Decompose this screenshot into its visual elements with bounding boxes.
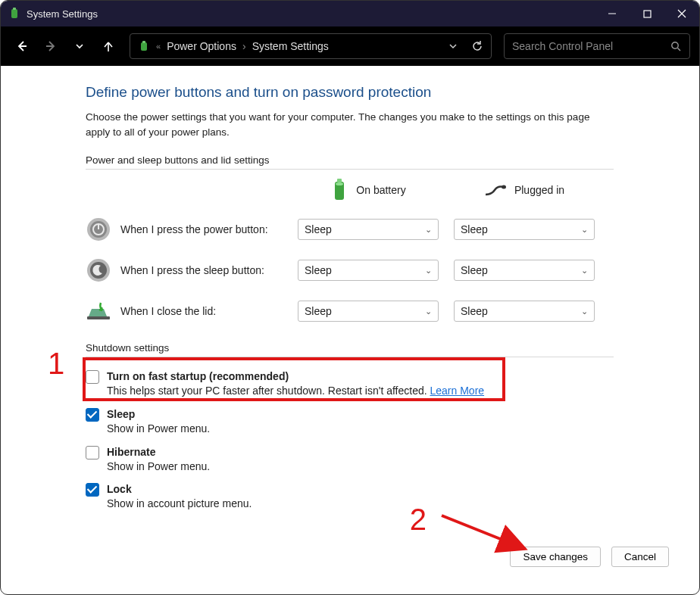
close-lid-plugged-select[interactable]: Sleep⌄ (454, 301, 595, 322)
sleep-button-icon (86, 257, 111, 283)
section-shutdown: Shutdown settings (86, 342, 614, 357)
svg-rect-13 (337, 179, 342, 182)
svg-point-10 (672, 42, 678, 48)
row-power-button: When I press the power button: Sleep⌄ Sl… (86, 217, 672, 242)
svg-line-11 (678, 48, 681, 51)
save-button[interactable]: Save changes (510, 547, 601, 567)
refresh-icon[interactable] (471, 40, 483, 52)
option-title: Turn on fast startup (recommended) (107, 369, 484, 384)
svg-rect-1 (13, 8, 16, 10)
recent-dropdown[interactable] (67, 34, 92, 58)
option-title: Hibernate (107, 445, 210, 459)
section-power-buttons: Power and sleep buttons and lid settings (86, 154, 614, 170)
battery-icon (138, 40, 150, 52)
breadcrumb-item-0[interactable]: Power Options (167, 40, 236, 52)
power-button-battery-select[interactable]: Sleep⌄ (298, 219, 439, 240)
sleep-button-battery-select[interactable]: Sleep⌄ (298, 260, 439, 281)
option-sub: This helps start your PC faster after sh… (107, 385, 430, 397)
back-button[interactable] (10, 34, 34, 58)
option-hibernate: Hibernate Show in Power menu. (86, 445, 672, 474)
up-button[interactable] (96, 34, 120, 58)
titlebar: System Settings (1, 1, 699, 26)
option-lock: Lock Show in account picture menu. (86, 482, 672, 511)
row-label: When I press the sleep button: (120, 264, 298, 276)
window-title: System Settings (27, 8, 98, 20)
col-plugged-label: Plugged in (514, 184, 564, 196)
option-sub: Show in account picture menu. (107, 497, 252, 511)
cancel-button[interactable]: Cancel (611, 547, 669, 567)
chevron-down-icon: ⌄ (581, 307, 588, 316)
sleep-button-plugged-select[interactable]: Sleep⌄ (454, 260, 595, 281)
laptop-lid-icon (86, 298, 111, 324)
svg-line-4 (678, 10, 686, 17)
hibernate-checkbox[interactable] (86, 446, 99, 459)
chevron-down-icon: ⌄ (425, 266, 432, 276)
page-description: Choose the power settings that you want … (86, 110, 601, 139)
content-area: Define power buttons and turn on passwor… (1, 66, 699, 511)
option-title: Lock (107, 482, 252, 497)
column-headers: On battery Plugged in (86, 179, 672, 201)
footer-buttons: Save changes Cancel (510, 547, 669, 567)
svg-line-5 (678, 10, 686, 17)
close-button[interactable] (664, 1, 699, 26)
svg-point-15 (502, 185, 506, 189)
learn-more-link[interactable]: Learn More (430, 385, 485, 397)
svg-rect-22 (87, 316, 110, 319)
chevron-down-icon: ⌄ (581, 225, 588, 235)
option-sub: Show in Power menu. (107, 422, 210, 436)
maximize-button[interactable] (630, 1, 664, 26)
svg-line-23 (442, 516, 525, 549)
chevron-down-icon[interactable] (448, 42, 458, 51)
option-fast-startup: Turn on fast startup (recommended) This … (86, 369, 672, 398)
close-lid-battery-select[interactable]: Sleep⌄ (298, 301, 439, 322)
option-title: Sleep (107, 407, 210, 422)
row-label: When I press the power button: (120, 223, 298, 235)
svg-rect-8 (141, 42, 147, 51)
plug-icon (484, 182, 507, 198)
annotation-1: 1 (48, 347, 64, 381)
app-icon (8, 8, 20, 20)
row-sleep-button: When I press the sleep button: Sleep⌄ Sl… (86, 257, 672, 283)
search-box[interactable]: Search Control Panel (504, 33, 690, 59)
page-title: Define power buttons and turn on passwor… (86, 84, 672, 101)
power-button-plugged-select[interactable]: Sleep⌄ (454, 219, 595, 240)
row-close-lid: When I close the lid: Sleep⌄ Sleep⌄ (86, 298, 672, 324)
breadcrumb-item-1[interactable]: System Settings (252, 40, 329, 52)
chevron-down-icon: ⌄ (581, 266, 588, 276)
row-label: When I close the lid: (120, 305, 298, 317)
power-button-icon (86, 217, 111, 242)
chevron-down-icon: ⌄ (425, 307, 432, 316)
search-icon (670, 41, 682, 52)
sleep-checkbox[interactable] (86, 408, 99, 422)
svg-rect-9 (142, 41, 145, 43)
fast-startup-checkbox[interactable] (86, 370, 99, 384)
svg-point-14 (336, 182, 343, 185)
lock-checkbox[interactable] (86, 483, 99, 497)
breadcrumb-prefix: « (156, 42, 161, 51)
svg-rect-3 (644, 11, 651, 17)
chevron-right-icon: › (242, 40, 246, 52)
chevron-down-icon: ⌄ (425, 225, 432, 235)
address-bar[interactable]: « Power Options › System Settings (130, 33, 492, 59)
option-sleep: Sleep Show in Power menu. (86, 407, 672, 436)
svg-rect-0 (11, 9, 17, 18)
forward-button[interactable] (39, 34, 63, 58)
option-sub: Show in Power menu. (107, 459, 210, 474)
annotation-2: 2 (410, 503, 427, 537)
col-battery-label: On battery (356, 184, 405, 196)
search-placeholder: Search Control Panel (512, 40, 670, 52)
toolbar: « Power Options › System Settings Search… (1, 26, 699, 66)
minimize-button[interactable] (595, 1, 630, 26)
battery-icon (330, 179, 348, 201)
